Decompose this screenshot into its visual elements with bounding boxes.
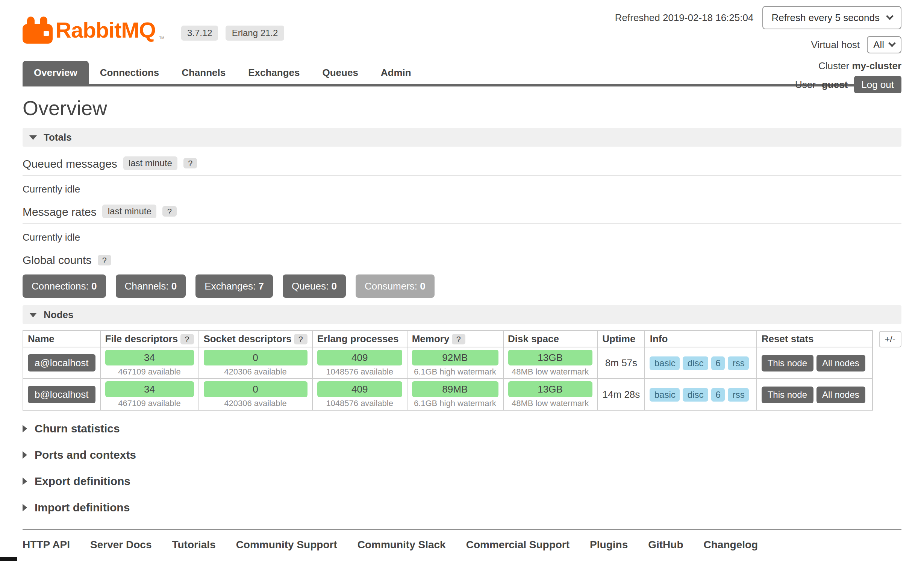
footer-link-commercial-support[interactable]: Commercial Support <box>466 538 570 550</box>
tab-overview[interactable]: Overview <box>23 61 89 84</box>
col-memory: Memory? <box>407 331 503 347</box>
rates-window-badge[interactable]: last minute <box>103 205 157 218</box>
chevron-down-icon <box>888 39 896 47</box>
help-icon[interactable]: ? <box>451 334 465 344</box>
queues-count-button[interactable]: Queues: 0 <box>283 274 346 298</box>
reset-all-nodes-button[interactable]: All nodes <box>816 386 865 403</box>
tab-connections[interactable]: Connections <box>89 61 170 84</box>
message-rates-label: Message rates <box>23 205 97 218</box>
rabbitmq-logo[interactable]: RabbitMQ ™ <box>23 17 165 44</box>
vhost-row: Virtual host All <box>615 36 901 53</box>
socket-available: 420306 available <box>203 399 307 408</box>
fd-cell: 34 467109 available <box>100 379 199 410</box>
tab-channels[interactable]: Channels <box>170 61 237 84</box>
col-file-descriptors: File descriptors? <box>100 331 199 347</box>
reset-this-node-button[interactable]: This node <box>762 355 813 371</box>
col-reset-stats: Reset stats <box>757 331 872 347</box>
info-badge-disc: disc <box>683 356 708 370</box>
virtual-host-select[interactable]: All <box>866 36 901 53</box>
virtual-host-value: All <box>873 39 884 50</box>
cluster-label: Cluster <box>818 60 849 71</box>
fd-available: 467109 available <box>105 367 194 376</box>
channels-count-button[interactable]: Channels: 0 <box>116 274 186 298</box>
proc-available: 1048576 available <box>317 399 402 408</box>
section-export-definitions[interactable]: Export definitions <box>23 468 901 494</box>
global-counts-label: Global counts <box>23 253 91 266</box>
section-ports-and-contexts[interactable]: Ports and contexts <box>23 441 901 468</box>
exchanges-count-button[interactable]: Exchanges: 7 <box>195 274 273 298</box>
message-rates-heading: Message rates last minute ? <box>23 205 901 224</box>
reset-buttons: This node All nodes <box>762 386 868 403</box>
socket-available: 420306 available <box>203 367 307 376</box>
footer-link-community-slack[interactable]: Community Slack <box>357 538 446 550</box>
user-label: User <box>795 79 816 90</box>
node-row: b@localhost 34 467109 available 0 420306… <box>23 379 872 410</box>
user-name: guest <box>822 79 848 90</box>
tab-queues[interactable]: Queues <box>311 61 369 84</box>
nodes-section-header[interactable]: Nodes <box>23 305 901 324</box>
footer-link-server-docs[interactable]: Server Docs <box>90 538 151 550</box>
global-counts-row: Connections: 0 Channels: 0 Exchanges: 7 … <box>23 274 901 298</box>
footer-link-tutorials[interactable]: Tutorials <box>172 538 215 550</box>
socket-usage-bar: 0 <box>203 381 307 397</box>
memory-usage-bar: 92MB <box>412 350 498 365</box>
disk-cell: 13GB 48MB low watermark <box>503 379 597 410</box>
tab-admin[interactable]: Admin <box>370 61 423 84</box>
col-uptime: Uptime <box>597 331 645 347</box>
info-badge-rss: rss <box>728 356 749 370</box>
rates-idle-status: Currently idle <box>23 232 901 243</box>
proc-usage-bar: 409 <box>317 350 402 365</box>
help-icon[interactable]: ? <box>97 255 111 265</box>
proc-cell: 409 1048576 available <box>312 379 407 410</box>
footer-link-github[interactable]: GitHub <box>648 538 683 550</box>
nodes-header-row: Name File descriptors? Socket descriptor… <box>23 331 872 347</box>
column-selector-button[interactable]: +/- <box>879 331 901 347</box>
node-name-link[interactable]: a@localhost <box>28 354 95 371</box>
section-churn-statistics[interactable]: Churn statistics <box>23 415 901 441</box>
disk-usage-bar: 13GB <box>508 350 592 365</box>
memory-cell: 89MB 6.1GB high watermark <box>407 379 503 410</box>
erlang-version-badge: Erlang 21.2 <box>226 25 284 41</box>
footer-link-community-support[interactable]: Community Support <box>236 538 337 550</box>
queued-window-badge[interactable]: last minute <box>123 156 177 170</box>
collapsed-sections: Churn statistics Ports and contexts Expo… <box>23 415 901 520</box>
info-badge-disc: disc <box>683 388 708 401</box>
fd-usage-bar: 34 <box>105 350 194 365</box>
node-name-cell: a@localhost <box>23 347 100 379</box>
disk-watermark: 48MB low watermark <box>508 367 592 376</box>
node-row: a@localhost 34 467109 available 0 420306… <box>23 347 872 379</box>
reset-this-node-button[interactable]: This node <box>762 386 813 403</box>
nodes-table: Name File descriptors? Socket descriptor… <box>23 330 872 411</box>
memory-watermark: 6.1GB high watermark <box>412 399 498 408</box>
version-badge: 3.7.12 <box>181 25 218 41</box>
section-import-definitions[interactable]: Import definitions <box>23 494 901 520</box>
node-name-link[interactable]: b@localhost <box>28 386 95 403</box>
help-icon[interactable]: ? <box>163 206 176 217</box>
screen-edge-artifact <box>0 557 17 561</box>
footer-link-plugins[interactable]: Plugins <box>590 538 628 550</box>
totals-section-header[interactable]: Totals <box>23 128 901 147</box>
version-badges: 3.7.12 Erlang 21.2 <box>181 25 284 41</box>
refresh-interval-select[interactable]: Refresh every 5 seconds <box>762 6 901 29</box>
fd-usage-bar: 34 <box>105 381 194 397</box>
reset-stats-cell: This node All nodes <box>757 347 872 379</box>
consumers-count-badge: Consumers: 0 <box>356 274 435 298</box>
logout-button[interactable]: Log out <box>854 76 901 93</box>
tab-exchanges[interactable]: Exchanges <box>237 61 311 84</box>
help-icon[interactable]: ? <box>180 334 194 344</box>
help-icon[interactable]: ? <box>294 334 307 344</box>
connections-count-button[interactable]: Connections: 0 <box>23 274 106 298</box>
footer-link-http-api[interactable]: HTTP API <box>23 538 70 550</box>
memory-cell: 92MB 6.1GB high watermark <box>407 347 503 379</box>
info-badge-cores: 6 <box>711 356 725 370</box>
reset-all-nodes-button[interactable]: All nodes <box>816 355 865 371</box>
fd-cell: 34 467109 available <box>100 347 199 379</box>
help-icon[interactable]: ? <box>183 158 197 168</box>
header-right-panel: Refreshed 2019-02-18 16:25:04 Refresh ev… <box>615 6 901 93</box>
queued-messages-heading: Queued messages last minute ? <box>23 156 901 176</box>
footer-link-changelog[interactable]: Changelog <box>704 538 758 550</box>
col-disk-space: Disk space <box>503 331 597 347</box>
global-counts-heading: Global counts ? <box>23 253 901 266</box>
nodes-section-title: Nodes <box>44 309 73 320</box>
memory-usage-bar: 89MB <box>412 381 498 397</box>
